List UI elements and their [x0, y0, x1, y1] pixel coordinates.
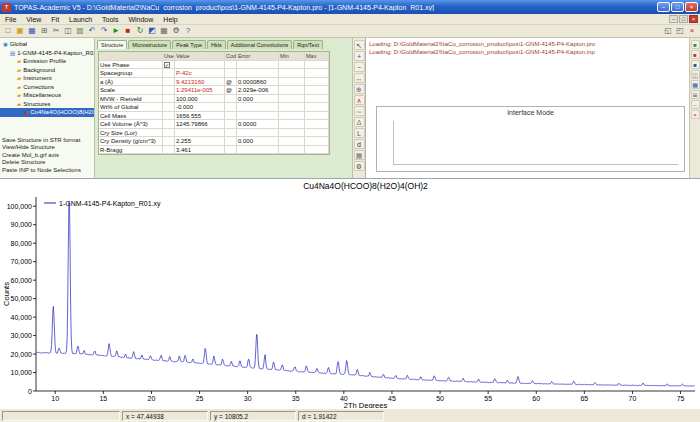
value-cell[interactable]: 3.461	[175, 146, 225, 155]
refresh-icon[interactable]: ↻	[134, 25, 146, 37]
maximize-button[interactable]: □	[671, 2, 684, 12]
min-cell[interactable]	[279, 129, 305, 138]
menu-item-launch[interactable]: Launch	[64, 16, 97, 23]
trace-color-icon[interactable]: ■	[691, 60, 700, 69]
min-cell[interactable]	[279, 78, 305, 87]
max-cell[interactable]	[305, 61, 329, 70]
action-paste-inp-to-node-selections[interactable]: Paste INP to Node Selections	[2, 167, 94, 175]
tab-structure[interactable]: Structure	[97, 40, 127, 49]
tab-hkls[interactable]: Hkls	[207, 40, 226, 49]
min-cell[interactable]	[279, 86, 305, 95]
phase-marker-icon[interactable]: ■	[691, 50, 700, 59]
run-fit-icon[interactable]: ►	[110, 25, 122, 37]
min-cell[interactable]	[279, 146, 305, 155]
max-cell[interactable]	[305, 129, 329, 138]
print-chart-icon[interactable]: ⊞	[691, 90, 700, 99]
use-cell[interactable]: ✓	[163, 61, 175, 70]
tree-item-instrument[interactable]: ▰Instrument	[0, 74, 94, 83]
min-cell[interactable]	[279, 120, 305, 129]
value-cell[interactable]: 100.000	[175, 95, 225, 104]
print-icon[interactable]: ⊞	[38, 25, 50, 37]
max-cell[interactable]	[305, 78, 329, 87]
help-icon[interactable]: ?	[182, 25, 194, 37]
child-close-icon[interactable]: ×	[686, 25, 698, 37]
tile-windows-icon[interactable]: ◰	[674, 25, 686, 37]
min-cell[interactable]	[279, 112, 305, 121]
action-delete-structure[interactable]: Delete Structure	[2, 159, 94, 167]
value-cell[interactable]: 9.4213160	[175, 78, 225, 87]
code-cell[interactable]	[225, 120, 237, 129]
grid-toggle-icon[interactable]: ▦	[354, 150, 365, 160]
value-cell[interactable]: 1245.79866	[175, 120, 225, 129]
mdi-close-button[interactable]: ×	[689, 15, 698, 23]
zoom-out-icon[interactable]: −	[354, 62, 365, 72]
checkbox-icon[interactable]: ✓	[164, 62, 170, 68]
crosshair-icon[interactable]: ⊕	[354, 84, 365, 94]
save-icon[interactable]: ▦	[26, 25, 38, 37]
menu-item-help[interactable]: Help	[158, 16, 182, 23]
max-cell[interactable]	[305, 103, 329, 112]
log-scale-icon[interactable]: L	[354, 128, 365, 138]
value-cell[interactable]	[175, 61, 225, 70]
code-cell[interactable]	[225, 137, 237, 146]
undo-icon[interactable]: ↶	[86, 25, 98, 37]
close-chart-icon[interactable]: ×	[691, 110, 700, 119]
tab-additional-convolutions[interactable]: Additional Convolutions	[227, 40, 292, 49]
max-cell[interactable]	[305, 86, 329, 95]
value-cell[interactable]	[175, 129, 225, 138]
redo-icon[interactable]: ↷	[98, 25, 110, 37]
peak-marker-icon[interactable]: ∧	[354, 95, 365, 105]
chart-settings-icon[interactable]: ⚙	[354, 161, 365, 171]
value-cell[interactable]: 1.29411e-005	[175, 86, 225, 95]
zoom-in-icon[interactable]: +	[354, 51, 365, 61]
close-button[interactable]: ×	[685, 2, 698, 12]
code-cell[interactable]: @	[225, 78, 237, 87]
select-mode-icon[interactable]: ↖	[354, 40, 365, 50]
tab-peak-type[interactable]: Peak Type	[172, 40, 206, 49]
pan-icon[interactable]: ↔	[354, 73, 365, 83]
background-curve-icon[interactable]: ∼	[354, 106, 365, 116]
value-cell[interactable]: -0.000	[175, 103, 225, 112]
action-view-hide-structure[interactable]: View/Hide Structure	[2, 144, 94, 152]
main-chart[interactable]: 1015202530354045505560657075010,00020,00…	[0, 179, 700, 409]
tab-rqn-text[interactable]: Rqn/Text	[293, 40, 323, 49]
max-cell[interactable]	[305, 69, 329, 78]
difference-curve-icon[interactable]: Δ	[354, 117, 365, 127]
cascade-windows-icon[interactable]: ◱	[662, 25, 674, 37]
copy-icon[interactable]: ◫	[62, 25, 74, 37]
code-cell[interactable]	[225, 112, 237, 121]
min-cell[interactable]	[279, 137, 305, 146]
menu-item-file[interactable]: File	[0, 16, 21, 23]
tree-item-1-gnm-4145-p4-kapton-r01-xy[interactable]: ▤1-GNM-4145-P4-Kapton_R01.xy	[0, 49, 94, 58]
menu-item-window[interactable]: Window	[123, 16, 158, 23]
grid-icon[interactable]: ▦	[158, 25, 170, 37]
cut-icon[interactable]: ✂	[50, 25, 62, 37]
tree-item-structures[interactable]: ▰Structures	[0, 100, 94, 109]
max-cell[interactable]	[305, 146, 329, 155]
minimize-button[interactable]: −	[657, 2, 670, 12]
mdi-restore-button[interactable]: □	[679, 15, 688, 23]
code-cell[interactable]	[225, 146, 237, 155]
action-save-structure-in-str-format[interactable]: Save Structure in STR format	[2, 137, 94, 145]
max-cell[interactable]	[305, 95, 329, 104]
code-cell[interactable]	[225, 61, 237, 70]
chart-icon[interactable]: ◩	[146, 25, 158, 37]
tree-item-cu4na4o-hcoo-8-h2o-4-oh-2[interactable]: ◆Cu4Na4O(HCOO)8(H2O)4(OH)2	[0, 108, 94, 117]
code-cell[interactable]: @	[225, 86, 237, 95]
min-cell[interactable]	[279, 103, 305, 112]
min-cell[interactable]	[279, 95, 305, 104]
code-cell[interactable]	[225, 129, 237, 138]
tab-microstructure[interactable]: Microstructure	[128, 40, 171, 49]
tree-item-emission-profile[interactable]: ▰Emission Profile	[0, 57, 94, 66]
code-cell[interactable]	[225, 95, 237, 104]
tree-item-corrections[interactable]: ▰Corrections	[0, 83, 94, 92]
open-folder-icon[interactable]: ▣	[14, 25, 26, 37]
stop-fit-icon[interactable]: ■	[122, 25, 134, 37]
code-cell[interactable]	[225, 103, 237, 112]
copy-chart-icon[interactable]: ◫	[691, 70, 700, 79]
value-cell[interactable]: 2.255	[175, 137, 225, 146]
d-spacing-icon[interactable]: d	[354, 139, 365, 149]
value-cell[interactable]: P-42c	[175, 69, 225, 78]
min-cell[interactable]	[279, 61, 305, 70]
max-cell[interactable]	[305, 137, 329, 146]
